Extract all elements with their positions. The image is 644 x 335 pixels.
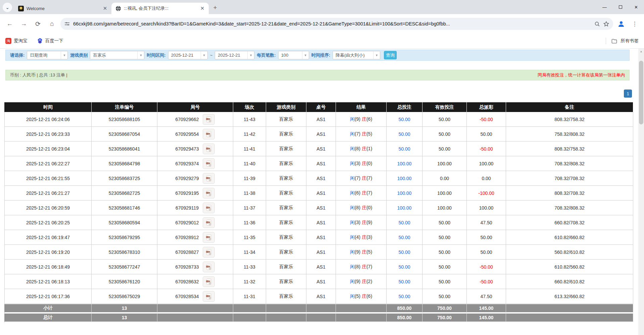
home-button[interactable]: ⌂	[46, 18, 58, 30]
tab-welcome[interactable]: Welcome ✕	[14, 3, 111, 14]
column-header: 桌号	[306, 102, 336, 112]
bookmark-star-icon[interactable]	[603, 21, 609, 27]
page-size-select[interactable]: 100 ▼	[278, 51, 309, 59]
address-bar[interactable]: 66cxkj98.com/game/betrecord_search/kind3…	[60, 18, 613, 30]
video-replay-button[interactable]	[203, 129, 215, 139]
cell-game-category: 百家乐	[266, 245, 306, 260]
video-replay-button[interactable]	[203, 114, 215, 125]
cell-result[interactable]: 闲(9) 庄(6)	[336, 112, 387, 127]
profile-avatar-icon[interactable]	[616, 18, 627, 29]
all-bookmarks[interactable]: 所有书签	[606, 38, 639, 44]
tab-close-icon[interactable]: ✕	[199, 5, 205, 11]
video-replay-button[interactable]	[203, 217, 215, 228]
cell-total-bet[interactable]: 100.00	[387, 156, 423, 171]
minimize-button[interactable]: —	[597, 0, 612, 14]
banker-result: 庄	[362, 293, 366, 299]
cell-total-bet[interactable]: 50.00	[387, 245, 423, 260]
video-replay-button[interactable]	[203, 144, 215, 154]
video-replay-button[interactable]	[203, 203, 215, 213]
close-window-button[interactable]: ✕	[628, 0, 644, 14]
cell-total-bet[interactable]: 50.00	[387, 260, 423, 274]
cell-total-bet[interactable]: 100.00	[387, 201, 423, 215]
table-row: 2025-12-21 06:19:20523058678310670928827…	[4, 245, 633, 260]
chevron-down-icon: ▼	[247, 51, 254, 59]
back-button[interactable]: ←	[4, 18, 15, 30]
query-mode-select[interactable]: 日期查询 ▼	[27, 51, 68, 59]
cell-round: 670929662	[157, 112, 233, 127]
cell-total-bet[interactable]: 50.00	[387, 289, 423, 304]
bookmark-baidu[interactable]: 百度一下	[37, 38, 63, 44]
valid-bet-notice-text: 同局有效投注，统一计算在该局第一张注单内	[538, 72, 625, 78]
cell-result[interactable]: 闲(3) 庄(0)	[336, 156, 387, 171]
cell-total-bet[interactable]: 50.00	[387, 112, 423, 127]
cell-note: 808.32/758.32	[506, 142, 633, 156]
video-replay-button[interactable]	[203, 188, 215, 199]
tab-bet-records[interactable]: :::视讯, 会员下注纪录::: ✕	[111, 3, 209, 14]
cell-result[interactable]: 闲(7) 庄(7)	[336, 171, 387, 186]
cell-note: 610.82/560.82	[506, 260, 633, 274]
page-scrollbar[interactable]: ▲	[638, 49, 644, 335]
reload-button[interactable]: ⟳	[32, 18, 44, 30]
cell-result[interactable]: 闲(8) 庄(0)	[336, 201, 387, 215]
cell-valid-bet: 50.00	[423, 215, 467, 230]
cell-payout: 47.50	[467, 215, 506, 230]
banker-result: 庄	[362, 220, 366, 225]
cell-result[interactable]: 闲(7) 庄(5)	[336, 127, 387, 142]
url-text[interactable]: 66cxkj98.com/game/betrecord_search/kind3…	[73, 21, 591, 26]
cell-total-bet[interactable]: 100.00	[387, 186, 423, 201]
cell-total-bet[interactable]: 50.00	[387, 215, 423, 230]
maximize-button[interactable]	[612, 0, 628, 14]
cell-total-bet[interactable]: 50.00	[387, 274, 423, 289]
scroll-up-icon[interactable]: ▲	[638, 49, 644, 54]
cell-result[interactable]: 闲(6) 庄(7)	[336, 186, 387, 201]
page-size-value: 100	[281, 53, 300, 58]
cell-bet-id: 523058676120	[92, 274, 157, 289]
forward-button[interactable]: →	[18, 18, 30, 30]
page-1-button[interactable]: 1	[624, 90, 632, 98]
cell-payout: -50.00	[467, 142, 506, 156]
video-replay-button[interactable]	[203, 247, 215, 258]
cell-result[interactable]: 闲(4) 庄(3)	[336, 230, 387, 245]
time-sort-select[interactable]: 降幕(由大到小) ▼	[333, 51, 380, 59]
chevron-down-icon: ▼	[373, 51, 380, 59]
cell-bet-id: 523058675029	[92, 289, 157, 304]
cell-bet-id: 523058687054	[92, 127, 157, 142]
date-start-select[interactable]: 2025-12-21 ▼	[168, 51, 208, 59]
new-tab-button[interactable]: +	[210, 3, 220, 13]
video-replay-button[interactable]	[203, 158, 215, 169]
browser-menu-icon[interactable]: ⋮	[629, 18, 640, 29]
date-end-select[interactable]: 2025-12-21 ▼	[215, 51, 254, 59]
video-replay-button[interactable]	[203, 262, 215, 272]
tab-search-chevron-icon[interactable]: ⌄	[3, 3, 12, 12]
cell-note: 708.32/808.32	[506, 201, 633, 215]
cell-session: 11-34	[233, 245, 266, 260]
cell-table-number: AS1	[306, 112, 336, 127]
cell-total-bet[interactable]: 50.00	[387, 127, 423, 142]
cell-result[interactable]: 闲(3) 庄(9)	[336, 215, 387, 230]
cell-total-bet[interactable]: 50.00	[387, 230, 423, 245]
search-button[interactable]: 查询	[384, 51, 397, 59]
subtotal-row: 小计 13 850.00 750.00 145.00	[4, 304, 633, 313]
game-category-select[interactable]: 百家乐 ▼	[90, 51, 144, 59]
cell-result[interactable]: 闲(9) 庄(5)	[336, 245, 387, 260]
cell-total-bet[interactable]: 100.00	[387, 171, 423, 186]
tab-close-icon[interactable]: ✕	[102, 5, 108, 11]
cell-result[interactable]: 闲(8) 庄(1)	[336, 142, 387, 156]
column-header: 结果	[336, 102, 387, 112]
cell-result[interactable]: 闲(9) 庄(2)	[336, 274, 387, 289]
cell-result[interactable]: 闲(8) 庄(7)	[336, 260, 387, 274]
bookmarks-bar: 淘 爱淘宝 百度一下 所有书签	[0, 34, 644, 49]
zoom-icon[interactable]	[594, 21, 600, 27]
bookmark-taobao[interactable]: 淘 爱淘宝	[5, 38, 28, 44]
video-replay-button[interactable]	[203, 232, 215, 243]
scrollbar-thumb[interactable]	[639, 61, 643, 124]
cell-bet-id: 523058682725	[92, 186, 157, 201]
site-info-icon[interactable]	[64, 21, 70, 26]
cell-round: 670929554	[157, 127, 233, 142]
video-replay-button[interactable]	[203, 291, 215, 302]
cell-result[interactable]: 闲(5) 庄(6)	[336, 289, 387, 304]
player-result: 闲	[350, 234, 355, 240]
cell-total-bet[interactable]: 50.00	[387, 142, 423, 156]
video-replay-button[interactable]	[203, 173, 215, 184]
video-replay-button[interactable]	[203, 276, 215, 287]
